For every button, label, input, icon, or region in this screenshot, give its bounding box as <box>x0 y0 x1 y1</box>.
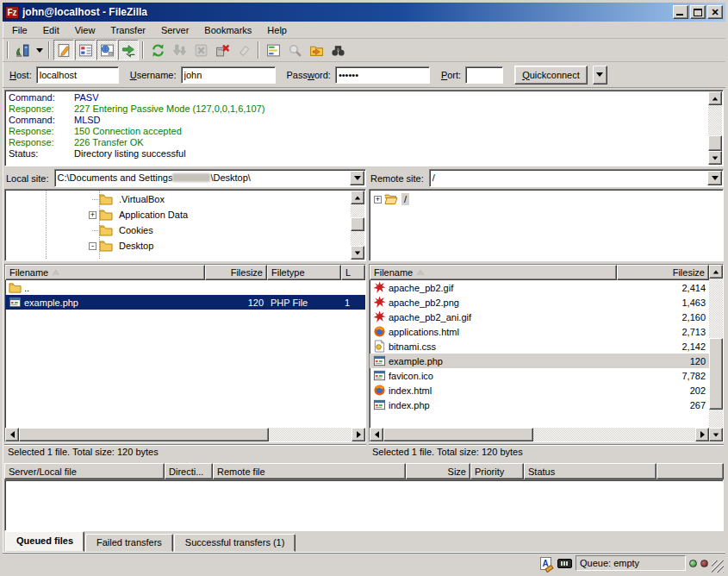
scroll-right-button[interactable] <box>695 428 709 441</box>
file-row[interactable]: apache_pb2_ani.gif 2,160 <box>370 310 709 324</box>
remote-site-dropdown[interactable] <box>707 171 722 185</box>
find-files-button[interactable] <box>327 40 348 60</box>
file-row[interactable]: favicon.ico 7,782 <box>370 368 709 383</box>
log-vertical-scrollbar[interactable] <box>708 91 722 165</box>
scroll-down-button[interactable] <box>351 246 364 260</box>
column-header-priority[interactable]: Priority <box>470 463 524 479</box>
close-button[interactable]: ✕ <box>707 5 723 19</box>
column-header-filetype[interactable]: Filetype <box>267 265 341 280</box>
file-row[interactable]: applications.html 2,713 <box>370 324 709 339</box>
column-header-filename[interactable]: Filename <box>370 265 617 280</box>
toggle-message-log-button[interactable] <box>53 40 74 60</box>
toolbar-separator <box>258 41 259 59</box>
local-horizontal-scrollbar[interactable] <box>5 428 365 441</box>
menu-bookmarks[interactable]: Bookmarks <box>196 22 259 38</box>
toolbar-separator <box>7 41 9 59</box>
column-header-filename[interactable]: Filename <box>5 265 205 280</box>
scrollbar-thumb[interactable] <box>351 217 364 231</box>
tree-guide-line <box>99 191 100 260</box>
refresh-button[interactable] <box>147 40 168 60</box>
column-header-direction[interactable]: Directi... <box>165 463 213 479</box>
scrollbar-thumb[interactable] <box>383 428 533 441</box>
maximize-button[interactable] <box>690 5 706 19</box>
reconnect-button[interactable] <box>233 40 254 60</box>
quickconnect-dropdown[interactable] <box>593 66 607 85</box>
local-tree-scrollbar[interactable] <box>351 191 364 260</box>
menu-file[interactable]: File <box>4 22 35 38</box>
menu-view[interactable]: View <box>67 22 103 38</box>
site-manager-button[interactable] <box>12 40 33 60</box>
file-row[interactable]: bitnami.css 2,142 <box>370 339 709 354</box>
synchronized-browsing-button[interactable] <box>284 40 305 60</box>
column-header-filesize[interactable]: Filesize <box>205 265 267 280</box>
tab-failed-transfers[interactable]: Failed transfers <box>85 534 173 552</box>
scroll-up-button[interactable] <box>709 265 723 279</box>
title-bar[interactable]: Fz john@localhost - FileZilla ✕ <box>3 3 725 22</box>
menu-server[interactable]: Server <box>153 22 196 38</box>
host-input[interactable] <box>36 66 119 84</box>
column-header-status[interactable]: Status <box>524 463 656 479</box>
tree-guide-line <box>46 191 47 260</box>
file-row-example-php-selected[interactable]: example.php 120 <box>370 354 709 368</box>
process-queue-button[interactable] <box>169 40 190 60</box>
resize-grip[interactable] <box>712 560 724 573</box>
quickconnect-button[interactable]: Quickconnect <box>514 66 588 85</box>
minimize-button[interactable] <box>673 5 688 19</box>
toggle-remote-treeview-button[interactable] <box>96 40 117 60</box>
scroll-right-button[interactable] <box>352 428 365 441</box>
tree-item-application-data[interactable]: + Application Data <box>6 207 350 222</box>
log-line: Status:Directory listing successful <box>9 148 706 160</box>
column-header-remote-file[interactable]: Remote file <box>213 463 406 479</box>
tree-item-desktop[interactable]: - Desktop <box>6 238 350 254</box>
disconnect-button[interactable] <box>212 40 233 60</box>
menu-transfer[interactable]: Transfer <box>103 22 153 38</box>
file-row[interactable]: index.php 267 <box>370 398 709 412</box>
site-manager-dropdown[interactable] <box>34 41 45 59</box>
scrollbar-thumb[interactable] <box>19 428 269 441</box>
column-header-filesize[interactable]: Filesize <box>617 265 709 280</box>
file-row[interactable]: index.html 202 <box>370 383 709 398</box>
remote-vertical-scrollbar[interactable] <box>709 265 723 441</box>
column-header-lastmodified[interactable]: L <box>341 265 365 280</box>
scroll-up-button[interactable] <box>708 91 722 105</box>
local-site-dropdown[interactable] <box>350 171 364 185</box>
file-row-parent-dir[interactable]: .. <box>5 280 365 295</box>
tree-expander-minus[interactable]: - <box>89 242 96 250</box>
filename-filters-button[interactable] <box>306 40 327 60</box>
speed-limit-indicator[interactable] <box>557 556 572 570</box>
tab-queued-files[interactable]: Queued files <box>5 531 84 552</box>
column-header-size[interactable]: Size <box>406 463 470 479</box>
tree-expander-plus[interactable]: + <box>89 211 96 219</box>
toggle-transfer-queue-button[interactable] <box>118 40 139 60</box>
toggle-local-treeview-button[interactable] <box>75 40 96 60</box>
scroll-up-button[interactable] <box>351 191 364 204</box>
tree-item-cookies[interactable]: Cookies <box>6 222 350 238</box>
tab-successful-transfers[interactable]: Successful transfers (1) <box>174 534 296 552</box>
username-input[interactable] <box>181 66 276 84</box>
tree-item-root[interactable]: + / <box>370 191 722 207</box>
local-site-combobox[interactable]: C:\Documents and Settings\Desktop\ <box>54 169 366 187</box>
tree-expander-plus[interactable]: + <box>374 196 382 203</box>
directory-comparison-button[interactable] <box>263 40 283 60</box>
scroll-down-button[interactable] <box>709 428 723 441</box>
log-line: Response:150 Connection accepted <box>9 126 706 137</box>
transfer-type-indicator[interactable]: A <box>538 556 553 570</box>
scroll-down-button[interactable] <box>708 151 722 165</box>
scrollbar-thumb[interactable] <box>709 338 723 410</box>
file-row[interactable]: apache_pb2.gif 2,414 <box>370 280 709 295</box>
scroll-left-button[interactable] <box>5 428 19 441</box>
file-row[interactable]: apache_pb2.png 1,463 <box>370 295 709 310</box>
menu-help[interactable]: Help <box>259 22 295 38</box>
cancel-operation-button[interactable] <box>190 40 211 60</box>
scroll-left-button[interactable] <box>370 428 383 441</box>
remote-site-combobox[interactable]: / <box>429 169 724 187</box>
port-input[interactable] <box>465 66 503 84</box>
file-row-example-php-selected[interactable]: example.php 120 PHP File 1 <box>5 295 365 310</box>
remote-horizontal-scrollbar[interactable] <box>370 428 709 441</box>
scrollbar-thumb[interactable] <box>708 135 722 151</box>
menu-edit[interactable]: Edit <box>35 22 67 38</box>
column-header-server-local-file[interactable]: Server/Local file <box>4 463 165 479</box>
password-input[interactable] <box>335 66 430 84</box>
tree-item-virtualbox[interactable]: .VirtualBox <box>6 191 350 207</box>
password-label: Password: <box>287 70 331 80</box>
